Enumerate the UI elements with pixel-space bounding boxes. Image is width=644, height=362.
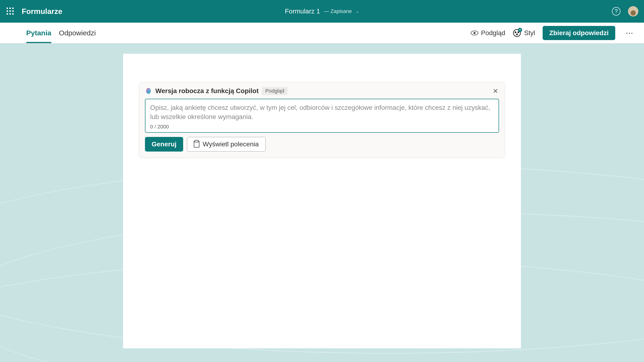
collect-responses-button[interactable]: Zbieraj odpowiedzi — [543, 26, 615, 40]
waffle-icon — [6, 8, 14, 15]
style-label: Styl — [524, 29, 535, 37]
generate-button[interactable]: Generuj — [145, 137, 183, 152]
palette-icon: ✦ — [513, 29, 521, 37]
main-content: Wersja robocza z funkcją Copilot Podgląd… — [0, 43, 644, 348]
sparkle-badge: ✦ — [518, 28, 522, 32]
user-avatar[interactable] — [628, 6, 638, 16]
more-options-button[interactable]: ⋯ — [623, 28, 636, 38]
tab-responses[interactable]: Odpowiedzi — [59, 22, 96, 43]
copilot-title: Wersja robocza z funkcją Copilot — [155, 87, 258, 95]
save-status: — Zapisane — [324, 8, 352, 14]
show-commands-label: Wyświetl polecenia — [203, 140, 259, 148]
preview-button[interactable]: Podgląd — [471, 29, 506, 37]
form-title: Formularz 1 — [285, 8, 320, 15]
copilot-icon — [145, 88, 152, 94]
chevron-down-icon: ⌄ — [356, 9, 359, 14]
svg-point-1 — [515, 32, 516, 33]
show-commands-button[interactable]: Wyświetl polecenia — [187, 137, 266, 152]
copilot-draft-card: Wersja robocza z funkcją Copilot Podgląd… — [139, 82, 505, 158]
char-counter: 0 / 2000 — [150, 124, 494, 130]
help-button[interactable]: ? — [612, 7, 620, 16]
app-launcher-button[interactable] — [6, 6, 15, 16]
app-name[interactable]: Formularze — [22, 7, 62, 16]
close-button[interactable]: ✕ — [492, 87, 499, 95]
form-canvas: Wersja robocza z funkcją Copilot Podgląd… — [123, 54, 521, 348]
preview-badge: Podgląd — [262, 87, 288, 95]
eye-icon — [471, 31, 478, 35]
copilot-prompt-input[interactable] — [150, 103, 494, 122]
style-button[interactable]: ✦ Styl — [513, 29, 535, 37]
copilot-input-wrapper: 0 / 2000 — [145, 99, 499, 133]
toolbar: Pytania Odpowiedzi Podgląd ✦ Styl Zbiera… — [0, 22, 644, 43]
clipboard-icon — [194, 141, 200, 148]
svg-point-3 — [516, 34, 518, 35]
app-header: Formularze Formularz 1 — Zapisane ⌄ ? — [0, 0, 644, 22]
preview-label: Podgląd — [481, 29, 506, 37]
form-title-area[interactable]: Formularz 1 — Zapisane ⌄ — [285, 8, 359, 15]
tab-questions[interactable]: Pytania — [26, 22, 52, 43]
